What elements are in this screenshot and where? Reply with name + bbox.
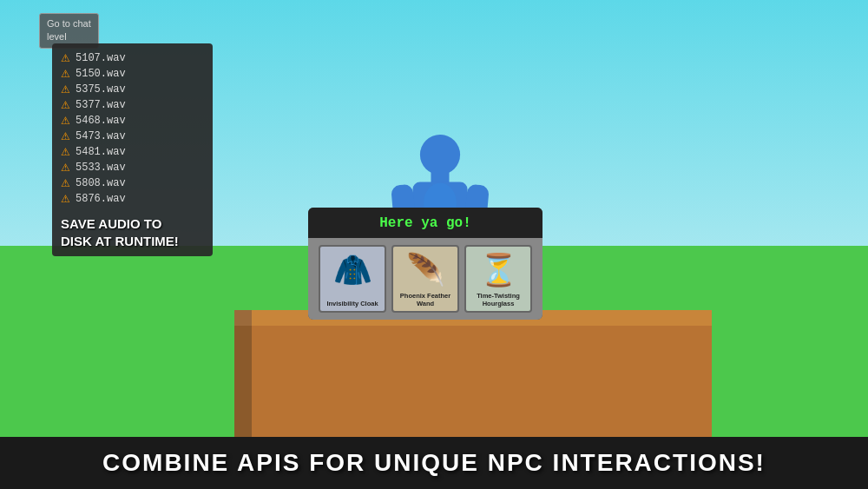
audio-file-name: 5107.wav [76, 52, 126, 64]
audio-file-name: 5150.wav [76, 68, 126, 80]
bottom-banner-text: COMBINE APIS FOR UNIQUE NPC INTERACTIONS… [102, 449, 766, 477]
save-audio-line1: SAVE AUDIO TO [61, 216, 161, 231]
item-label: Phoenix Feather Wand [393, 292, 457, 307]
audio-file-item: ⚠ 5377.wav [61, 97, 204, 113]
audio-file-item: ⚠ 5107.wav [61, 50, 204, 66]
platform-left-top [234, 310, 252, 326]
platform-body [252, 324, 712, 437]
game-scene: Go to chat level ⚠ 5107.wav⚠ 5150.wav⚠ 5… [0, 0, 868, 489]
audio-file-icon: ⚠ [61, 115, 70, 127]
bottom-banner: COMBINE APIS FOR UNIQUE NPC INTERACTIONS… [0, 437, 868, 489]
audio-file-icon: ⚠ [61, 130, 70, 142]
audio-files-list: ⚠ 5107.wav⚠ 5150.wav⚠ 5375.wav⚠ 5377.wav… [61, 50, 204, 207]
audio-file-icon: ⚠ [61, 193, 70, 205]
save-audio-line2: DISK AT RUNTIME! [61, 234, 179, 248]
svg-point-0 [420, 135, 460, 175]
audio-file-item: ⚠ 5150.wav [61, 66, 204, 82]
audio-file-name: 5533.wav [76, 162, 126, 174]
audio-file-name: 5481.wav [76, 146, 126, 158]
audio-file-item: ⚠ 5876.wav [61, 191, 204, 207]
audio-panel: ⚠ 5107.wav⚠ 5150.wav⚠ 5375.wav⚠ 5377.wav… [52, 43, 213, 256]
go-chat-line1: Go to chat [47, 18, 91, 29]
audio-file-name: 5808.wav [76, 177, 126, 189]
item-icon: ⏳ [479, 252, 518, 288]
audio-file-icon: ⚠ [61, 146, 70, 158]
save-audio-text: SAVE AUDIO TO DISK AT RUNTIME! [61, 215, 204, 249]
item-label: Invisibility Cloak [326, 300, 378, 307]
dialog-message: Here ya go! [379, 215, 471, 231]
audio-file-name: 5876.wav [76, 193, 126, 205]
audio-file-item: ⚠ 5533.wav [61, 160, 204, 175]
audio-file-icon: ⚠ [61, 162, 70, 174]
platform-left-face [234, 324, 252, 437]
dialog-items: 🧥 Invisibility Cloak🪶 Phoenix Feather Wa… [308, 238, 542, 320]
audio-file-icon: ⚠ [61, 99, 70, 111]
audio-file-name: 5377.wav [76, 99, 126, 111]
item-slot[interactable]: ⏳ Time-Twisting Hourglass [464, 245, 532, 313]
go-chat-line2: level [47, 31, 67, 42]
audio-file-icon: ⚠ [61, 83, 70, 96]
audio-file-name: 5375.wav [76, 83, 126, 96]
audio-file-name: 5468.wav [76, 115, 126, 127]
audio-file-item: ⚠ 5468.wav [61, 113, 204, 129]
audio-file-item: ⚠ 5473.wav [61, 129, 204, 144]
item-slot[interactable]: 🧥 Invisibility Cloak [319, 245, 386, 313]
audio-file-icon: ⚠ [61, 52, 70, 64]
item-label: Time-Twisting Hourglass [466, 292, 530, 307]
item-icon: 🪶 [406, 252, 445, 288]
audio-file-item: ⚠ 5375.wav [61, 82, 204, 97]
audio-file-icon: ⚠ [61, 68, 70, 80]
item-icon: 🧥 [333, 252, 372, 288]
audio-file-item: ⚠ 5481.wav [61, 144, 204, 160]
dialog-header: Here ya go! [308, 208, 542, 238]
item-slot[interactable]: 🪶 Phoenix Feather Wand [391, 245, 459, 313]
audio-file-icon: ⚠ [61, 177, 70, 189]
audio-file-item: ⚠ 5808.wav [61, 175, 204, 191]
svg-rect-1 [431, 171, 450, 184]
dialog-box: Here ya go! 🧥 Invisibility Cloak🪶 Phoeni… [308, 208, 542, 320]
audio-file-name: 5473.wav [76, 130, 126, 142]
